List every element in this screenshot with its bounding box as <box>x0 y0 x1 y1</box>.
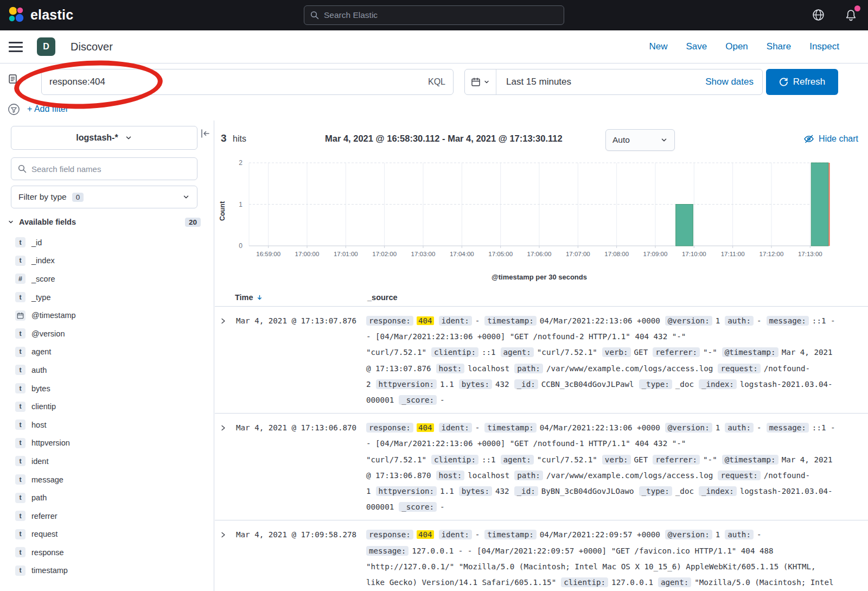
notifications-bell-icon-button[interactable] <box>843 7 858 22</box>
deployment-globe-icon-button[interactable] <box>810 7 826 22</box>
source-field-badge: httpversion: <box>376 486 437 496</box>
field-item[interactable]: tagent <box>0 343 213 361</box>
svg-text:17:03:00: 17:03:00 <box>411 251 436 257</box>
brand-name: elastic <box>30 7 73 23</box>
filter-icon <box>8 103 20 116</box>
source-field-value: CCBN_3cB04dGovJLPawl <box>541 380 634 389</box>
time-column-header[interactable]: Time <box>235 293 263 302</box>
field-item[interactable]: thttpversion <box>0 434 213 453</box>
field-item[interactable]: thost <box>0 416 213 434</box>
date-picker-menu-button[interactable] <box>465 69 496 94</box>
source-field-badge: bytes: <box>459 486 492 496</box>
elastic-home-link[interactable]: elastic <box>8 6 73 23</box>
nav-new[interactable]: New <box>649 41 667 52</box>
source-field-badge: clientip: <box>431 347 478 357</box>
add-filter-button[interactable]: + Add filter <box>27 104 68 114</box>
menu-icon <box>9 42 23 43</box>
field-item[interactable]: tbytes <box>0 379 213 398</box>
refresh-label: Refresh <box>793 77 826 87</box>
source-field-badge: message: <box>767 423 809 433</box>
svg-text:17:11:00: 17:11:00 <box>721 251 745 257</box>
source-field-badge: verb: <box>602 347 631 357</box>
field-item[interactable]: #_score <box>0 270 213 288</box>
menu-button[interactable] <box>9 42 23 52</box>
field-item[interactable]: t@version <box>0 325 213 343</box>
field-item[interactable]: treferrer <box>0 507 213 525</box>
search-highlight: 404 <box>417 316 434 325</box>
field-item[interactable]: tident <box>0 452 213 471</box>
saved-query-menu-button[interactable] <box>8 74 28 84</box>
text-field-icon: t <box>15 529 25 539</box>
text-field-icon: t <box>15 365 25 375</box>
field-item[interactable]: tpath <box>0 488 213 507</box>
svg-text:17:06:00: 17:06:00 <box>527 251 552 257</box>
field-item[interactable]: tauth <box>0 361 213 379</box>
chevron-down-icon <box>8 219 14 225</box>
source-field-value: - <box>757 316 762 325</box>
text-field-icon: t <box>15 547 25 557</box>
global-search[interactable] <box>304 5 564 25</box>
source-field-value: - <box>475 530 480 539</box>
source-field-value: ::1 <box>482 348 496 357</box>
space-avatar[interactable]: D <box>37 37 55 56</box>
field-item[interactable]: @timestamp <box>0 306 213 325</box>
field-item[interactable]: ttimestamp <box>0 562 213 580</box>
source-field-badge: @timestamp: <box>722 455 778 465</box>
table-row: Mar 4, 2021 @ 17:13:07.876response:404id… <box>215 307 868 414</box>
field-item[interactable]: t_index <box>0 252 213 270</box>
nav-save[interactable]: Save <box>686 41 707 52</box>
filter-bar: + Add filter <box>8 101 68 117</box>
svg-text:16:59:00: 16:59:00 <box>256 251 280 257</box>
text-field-icon: t <box>15 383 25 393</box>
collapse-sidebar-icon <box>200 128 212 139</box>
source-field-value: localhost <box>468 471 509 480</box>
nav-inspect[interactable]: Inspect <box>809 41 839 52</box>
field-name: _index <box>31 256 55 265</box>
svg-text:17:04:00: 17:04:00 <box>450 251 474 257</box>
source-field-badge: message: <box>366 546 409 556</box>
query-input[interactable] <box>42 77 428 87</box>
source-field-value: 1 <box>716 530 720 539</box>
sort-desc-icon <box>256 294 263 301</box>
text-field-icon: t <box>15 511 25 521</box>
available-fields-toggle[interactable]: Available fields 20 <box>8 215 207 229</box>
field-item[interactable]: tmessage <box>0 471 213 489</box>
source-field-badge: message: <box>767 316 809 326</box>
time-range-value[interactable]: Last 15 minutes <box>506 77 571 87</box>
query-language-button[interactable]: KQL <box>428 77 453 87</box>
field-item[interactable]: trequest <box>0 525 213 544</box>
expand-row-button[interactable] <box>220 313 236 329</box>
show-dates-button[interactable]: Show dates <box>705 77 754 87</box>
source-field-value: /var/www/example.com/logs/access.log <box>546 364 713 373</box>
source-field-value: - <box>757 530 762 539</box>
field-name: @version <box>31 329 65 338</box>
interval-select[interactable]: Auto <box>605 129 675 151</box>
source-field-badge: host: <box>436 471 465 480</box>
source-field-value: "curl/7.52.1" <box>537 348 597 357</box>
nav-share[interactable]: Share <box>767 41 791 52</box>
search-icon <box>310 11 319 20</box>
expand-row-button[interactable] <box>220 527 236 543</box>
chevron-down-icon <box>125 134 132 142</box>
source-field-badge: response: <box>366 423 413 433</box>
refresh-button[interactable]: Refresh <box>766 69 838 95</box>
nav-open[interactable]: Open <box>725 41 748 52</box>
global-search-input[interactable] <box>324 10 558 20</box>
source-field-badge: ident: <box>439 423 472 433</box>
source-field-value: 04/Mar/2021:22:13:06 +0000 <box>540 316 660 325</box>
field-search-input[interactable] <box>31 164 190 174</box>
hide-chart-button[interactable]: Hide chart <box>803 134 858 144</box>
filter-by-type-button[interactable]: Filter by type 0 <box>11 186 197 208</box>
field-item[interactable]: t_id <box>0 233 213 252</box>
interval-value: Auto <box>612 135 630 145</box>
field-item[interactable]: t_type <box>0 288 213 307</box>
index-pattern-select[interactable]: logstash-* <box>11 126 197 150</box>
field-item[interactable]: tclientip <box>0 397 213 416</box>
doc-source: response:404ident:-timestamp:04/Mar/2021… <box>366 313 838 408</box>
field-item[interactable]: tresponse <box>0 543 213 562</box>
source-field-value: localhost <box>468 364 509 373</box>
svg-text:0: 0 <box>239 242 242 250</box>
collapse-sidebar-button[interactable] <box>200 128 212 139</box>
source-field-badge: response: <box>366 316 413 326</box>
expand-row-button[interactable] <box>220 420 236 436</box>
